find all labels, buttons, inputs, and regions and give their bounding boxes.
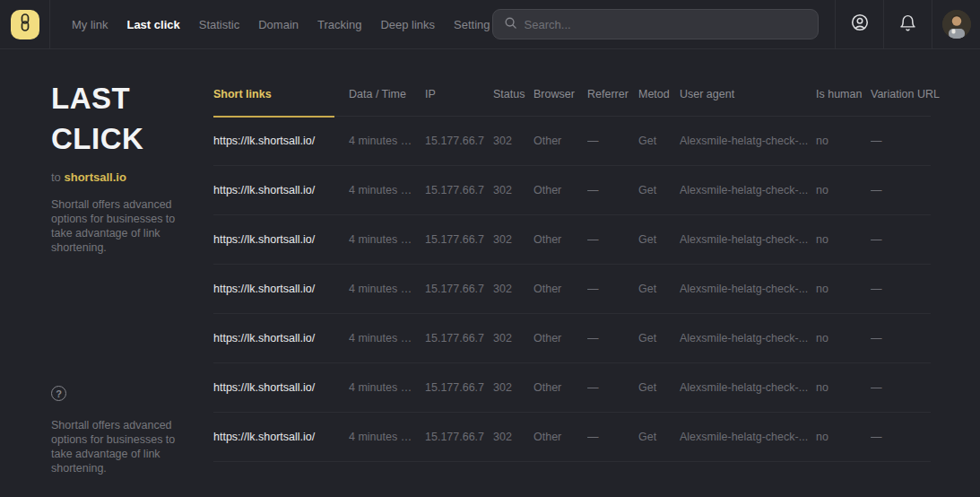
cell-method: Get [638,184,680,196]
cell-status: 302 [493,135,533,147]
bell-icon [898,13,917,36]
topbar: My linkLast clickStatisticDomainTracking… [0,0,980,49]
search-icon [504,16,517,33]
cell-is-human: no [816,283,871,295]
table-row: https://lk.shortsall.io/4 minutes ago15.… [213,215,931,265]
cell-variation-url: — [871,233,931,246]
table-row: https://lk.shortsall.io/4 minutes ago15.… [213,166,931,215]
cell-status: 302 [493,233,533,246]
column-header-status: Status [493,88,533,100]
cell-short-link[interactable]: https://lk.shortsall.io/ [213,184,349,196]
cell-data-time: 4 minutes ago [349,431,425,443]
cell-browser: Other [533,283,587,295]
cell-browser: Other [533,381,587,394]
cell-user-agent: Alexsmile-helatg-check-... [680,431,816,443]
nav-item-deep-links[interactable]: Deep links [378,14,437,35]
column-header-short-links[interactable]: Short links [213,88,349,100]
table-row: https://lk.shortsall.io/4 minutes ago15.… [213,413,931,462]
cell-is-human: no [816,381,871,394]
cell-short-link[interactable]: https://lk.shortsall.io/ [213,431,349,443]
search-box[interactable] [492,9,819,39]
table-row: https://lk.shortsall.io/4 minutes ago15.… [213,117,931,166]
logo-zone [0,0,50,48]
nav-item-setting[interactable]: Setting [452,14,491,35]
cell-data-time: 4 minutes ago [349,332,425,344]
cell-status: 302 [493,381,533,394]
cell-status: 302 [493,332,533,344]
account-button[interactable] [835,0,883,48]
cell-data-time: 4 minutes ago [349,381,425,394]
cell-referrer: — [587,431,638,443]
table-row: https://lk.shortsall.io/4 minutes ago15.… [213,363,931,413]
app-logo[interactable] [11,10,39,39]
cell-is-human: no [816,332,871,344]
cell-status: 302 [493,184,533,196]
cell-data-time: 4 minutes ago [349,283,425,295]
column-header-variation-url: Variation URL [871,88,931,100]
cell-data-time: 4 minutes ago [349,184,425,196]
column-header-user-agent: User agent [680,88,816,100]
cell-variation-url: — [871,381,931,394]
table-row: https://lk.shortsall.io/4 minutes ago15.… [213,265,931,314]
column-header-data-time: Data / Time [349,88,425,100]
cell-status: 302 [493,431,533,443]
cell-short-link[interactable]: https://lk.shortsall.io/ [213,135,349,147]
cell-variation-url: — [871,431,931,443]
cell-method: Get [638,381,680,394]
search-input[interactable] [525,18,807,31]
cell-ip: 15.177.66.7 [425,135,493,147]
help-description: Shortall offers advanced options for bus… [51,418,193,475]
column-header-is-human: Is human [816,88,871,100]
cell-method: Get [638,283,680,295]
account-icon [850,13,870,36]
cell-short-link[interactable]: https://lk.shortsall.io/ [213,233,349,246]
column-header-ip: IP [425,88,493,100]
cell-browser: Other [533,135,587,147]
cell-data-time: 4 minutes ago [349,135,425,147]
sidebar: LAST CLICK to shortsall.io Shortall offe… [51,49,195,475]
avatar-zone[interactable] [932,0,980,48]
notifications-button[interactable] [883,0,932,48]
table-row: https://lk.shortsall.io/4 minutes ago15.… [213,314,931,363]
cell-ip: 15.177.66.7 [425,381,493,394]
domain-link[interactable]: shortsall.io [64,170,126,184]
cell-referrer: — [587,283,638,295]
help-icon[interactable]: ? [51,386,66,401]
cell-is-human: no [816,135,871,147]
cell-short-link[interactable]: https://lk.shortsall.io/ [213,332,349,344]
cell-is-human: no [816,431,871,443]
cell-data-time: 4 minutes ago [349,233,425,246]
subtitle-prefix: to [51,170,61,184]
main-nav: My linkLast clickStatisticDomainTracking… [70,14,492,35]
nav-item-my-link[interactable]: My link [70,14,109,35]
cell-ip: 15.177.66.7 [425,184,493,196]
cell-referrer: — [587,381,638,394]
nav-item-statistic[interactable]: Statistic [197,14,242,35]
link-icon [18,13,32,35]
cell-variation-url: — [871,283,931,295]
cell-method: Get [638,431,680,443]
sidebar-description: Shortall offers advanced options for bus… [51,197,193,255]
cell-variation-url: — [871,135,931,147]
page-title-line1: LAST [51,78,195,118]
cell-user-agent: Alexsmile-helatg-check-... [680,283,816,295]
cell-method: Get [638,135,680,147]
cell-short-link[interactable]: https://lk.shortsall.io/ [213,381,349,394]
cell-is-human: no [816,184,871,196]
nav-item-tracking[interactable]: Tracking [316,14,363,35]
page-subtitle: to shortsall.io [51,170,195,184]
cell-short-link[interactable]: https://lk.shortsall.io/ [213,283,349,295]
nav-item-last-click[interactable]: Last click [125,14,181,35]
user-avatar[interactable] [942,10,971,39]
column-header-referrer: Referrer [587,88,638,100]
cell-referrer: — [587,332,638,344]
cell-user-agent: Alexsmile-helatg-check-... [680,184,816,196]
nav-item-domain[interactable]: Domain [256,14,300,35]
cell-ip: 15.177.66.7 [425,233,493,246]
column-header-browser: Browser [533,88,587,100]
cell-referrer: — [587,184,638,196]
cell-ip: 15.177.66.7 [425,431,493,443]
cell-ip: 15.177.66.7 [425,283,493,295]
cell-user-agent: Alexsmile-helatg-check-... [680,381,816,394]
last-click-table: Short linksData / TimeIPStatusBrowserRef… [213,49,931,475]
